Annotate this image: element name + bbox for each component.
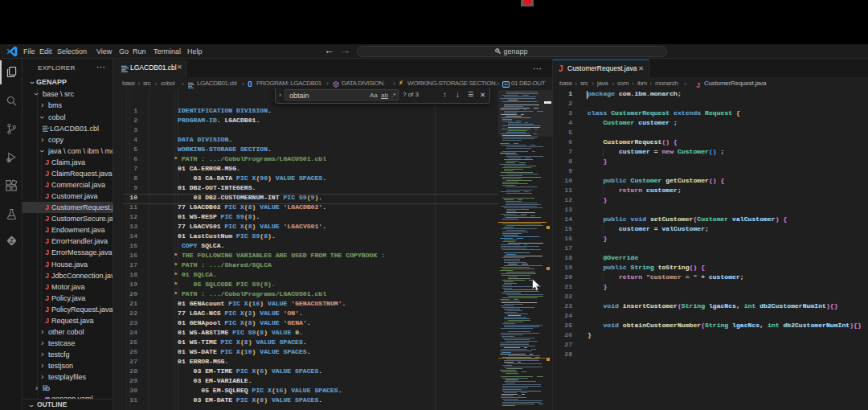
svg-text:Z: Z <box>10 238 14 244</box>
